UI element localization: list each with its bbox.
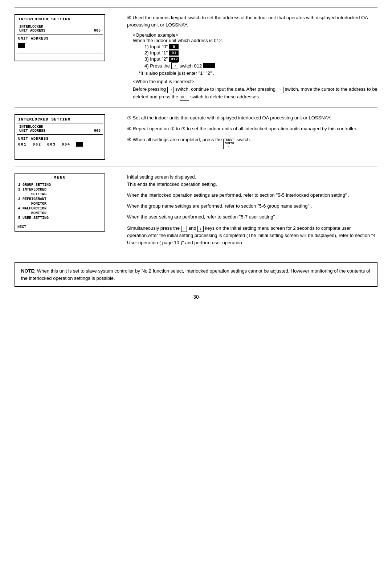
menu-screen: MENU 1 GROUP SETTING 2 INTERLOCKED SETTI… <box>15 173 105 232</box>
step6-num: ⑥ <box>127 15 131 20</box>
lcd-panel-1: INTERLOCKED SETTING INTERLOCKED UNIT ADD… <box>15 14 116 101</box>
input-step1: 1) Input "0" 0 <box>144 44 377 49</box>
page-number: -30- <box>15 294 377 300</box>
step7-block: ⑦ Set all the indoor units that operate … <box>127 114 377 122</box>
section-row-2: INTERLOCKED SETTING INTERLOCKED UNIT ADD… <box>15 108 377 167</box>
back-screen-switch: BACK SCREEN ↵ <box>223 139 235 149</box>
lcd-section-label-2: UNIT ADDRESS <box>17 135 103 142</box>
lcd-inner-label4: UNIT ADDRESS <box>19 129 45 133</box>
note-also-possible: *It is also possible just enter "1" "2" … <box>133 70 377 76</box>
menu-item-4: 4 MALFUNCTION <box>18 206 102 211</box>
input-step4-label: 4) Press the <box>144 63 170 69</box>
step9-block: ⑨ When all settings are completed, press… <box>127 136 377 149</box>
menu-item-2: 2 INTERLOCKED <box>18 187 102 192</box>
lcd-inner-row-3: INTERLOCKED <box>19 125 101 129</box>
lcd-footer-cell-4 <box>60 152 103 158</box>
text-block-5: Simultaneously press the ↑ and ↓ keys on… <box>127 225 377 246</box>
right-panel-3: Initial setting screen is displayed. Thi… <box>123 173 377 250</box>
incorrect-title: <When the input is incorrect> <box>133 79 377 84</box>
note-bold-label: NOTE: <box>21 268 36 274</box>
menu-panel: MENU 1 GROUP SETTING 2 INTERLOCKED SETTI… <box>15 173 116 250</box>
menu-item-4b: MONITOR <box>18 211 102 216</box>
menu-items-list: 1 GROUP SETTING 2 INTERLOCKED SETTING 3 … <box>15 181 105 222</box>
step6-block: ⑥ Used the numeric keypad switch to set … <box>127 14 377 29</box>
lcd-footer-cell-1 <box>17 53 60 59</box>
lcd-screen-1: INTERLOCKED SETTING INTERLOCKED UNIT ADD… <box>15 14 105 61</box>
step8-block: ⑧ Repeat operation ⑤ to ⑦ to set the ind… <box>127 125 377 132</box>
input-step3-value: 012 <box>169 57 179 62</box>
lcd-addresses: 001 002 003 004 <box>17 142 103 150</box>
lcd-title-1: INTERLOCKED SETTING <box>17 16 103 22</box>
text-block-1: Initial setting screen is displayed. Thi… <box>127 173 377 188</box>
del-switch: DEL <box>180 95 189 101</box>
step9-num: ⑨ <box>127 137 131 142</box>
menu-title: MENU <box>15 174 105 181</box>
menu-footer: NEXT <box>15 224 105 231</box>
lcd-inner-label3: INTERLOCKED <box>19 125 43 129</box>
up-key: ↑ <box>181 226 187 232</box>
input-step4-text: switch 012 <box>180 63 202 69</box>
menu-item-3: 3 REFRIGERANT <box>18 197 102 201</box>
lcd-screen-2: INTERLOCKED SETTING INTERLOCKED UNIT ADD… <box>15 114 105 160</box>
input-step2-label: 2) Input "1" <box>144 50 168 56</box>
input-step2-value: 01 <box>169 50 179 56</box>
input-step3-label: 3) Input "2" <box>144 56 168 62</box>
op-example-title: <Operation example> <box>133 32 377 38</box>
lcd-inner-value-2: 005 <box>94 129 101 133</box>
text-block-3: When the group name settings are perform… <box>127 203 377 210</box>
step8-num: ⑧ <box>127 126 131 131</box>
step7-num: ⑦ <box>127 115 131 120</box>
section-row-1: INTERLOCKED SETTING INTERLOCKED UNIT ADD… <box>15 7 377 108</box>
input-step3: 3) Input "2" 012 <box>144 56 377 62</box>
menu-footer-empty <box>60 224 105 231</box>
lcd-panel-2: INTERLOCKED SETTING INTERLOCKED UNIT ADD… <box>15 114 116 160</box>
input-step2: 2) Input "1" 01 <box>144 50 377 56</box>
text-block-2: When the interlocked operation settings … <box>127 192 377 199</box>
arrow-switch-2: → <box>167 87 174 93</box>
op-example-intro: When the indoor unit which address is 01… <box>133 38 377 43</box>
section-row-3: MENU 1 GROUP SETTING 2 INTERLOCKED SETTI… <box>15 167 377 257</box>
down-key: ↓ <box>197 226 204 232</box>
menu-item-3b: MONITOR <box>18 201 102 206</box>
lcd-inner-row-2: UNIT ADDRESS 005 <box>19 29 101 33</box>
operation-example: <Operation example> When the indoor unit… <box>127 32 377 101</box>
input-step4: 4) Press the → switch 012 <box>144 62 377 69</box>
lcd-footer-cell-3 <box>17 152 60 158</box>
lcd-inner-1: INTERLOCKED UNIT ADDRESS 005 <box>17 23 103 34</box>
input-step1-label: 1) Input "0" <box>144 44 168 49</box>
lcd-section-label-1: UNIT ADDRESS <box>17 35 103 41</box>
input-step4-result <box>203 63 215 68</box>
page-container: INTERLOCKED SETTING INTERLOCKED UNIT ADD… <box>15 7 377 300</box>
right-panel-1: ⑥ Used the numeric keypad switch to set … <box>123 14 377 101</box>
lcd-cursor-block <box>18 43 25 48</box>
lcd-inner-value: 005 <box>94 29 101 33</box>
menu-footer-next: NEXT <box>15 224 60 231</box>
lcd-inner-row-4: UNIT ADDRESS 005 <box>19 129 101 133</box>
menu-item-2b: SETTING <box>18 192 102 197</box>
lcd-inner-label2: UNIT ADDRESS <box>19 29 45 33</box>
note-text: When this unit is set to slave system co… <box>21 268 370 281</box>
lcd-footer-1 <box>17 53 103 59</box>
lcd-inner-row-1: INTERLOCKED <box>19 25 101 29</box>
right-panel-2: ⑦ Set all the indoor units that operate … <box>123 114 377 160</box>
note-box: NOTE: When this unit is set to slave sys… <box>15 262 377 287</box>
arrow-switch-3: → <box>277 87 284 93</box>
lcd-inner-2: INTERLOCKED UNIT ADDRESS 005 <box>17 123 103 135</box>
text-block-4: When the user setting are performed, ref… <box>127 213 377 221</box>
lcd-footer-2 <box>17 152 103 158</box>
menu-item-1: 1 GROUP SETTING <box>18 183 102 187</box>
incorrect-instructions: Before pressing → switch, continue to in… <box>133 86 377 101</box>
lcd-cursor-area <box>17 41 103 51</box>
lcd-footer-cell-2 <box>60 53 103 59</box>
lcd-title-2: INTERLOCKED SETTING <box>17 117 103 122</box>
lcd-inner-label1: INTERLOCKED <box>19 25 43 29</box>
lcd-cursor-block-2 <box>76 142 83 147</box>
arrow-switch-1: → <box>171 62 178 69</box>
input-step1-value: 0 <box>169 44 179 49</box>
menu-item-5: 5 USER SETTING <box>18 216 102 220</box>
